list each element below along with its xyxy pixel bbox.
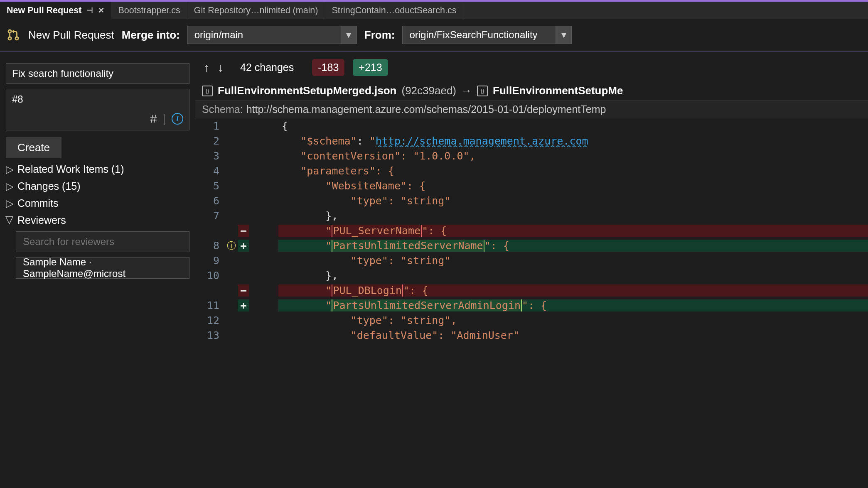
tab-bootstrapper[interactable]: Bootstrapper.cs <box>111 2 187 19</box>
code-line: 5 "WebsiteName": { <box>195 178 868 193</box>
json-file-icon: {} <box>477 86 488 96</box>
merge-into-dropdown[interactable]: origin/main ▾ <box>187 26 357 44</box>
code-line-added: 11+ "PartsUnlimitedServerAdminLogin": { <box>195 298 868 313</box>
chevron-down-icon[interactable]: ▾ <box>341 26 357 44</box>
svg-point-1 <box>8 37 11 40</box>
hash-icon[interactable]: # <box>150 112 157 126</box>
code-line-removed: − "PUL_DBLogin": { <box>195 283 868 298</box>
pr-description-footer: # | i <box>6 109 189 130</box>
prev-change-icon[interactable]: ↑ <box>204 61 209 74</box>
diff-panel: ↑ ↓ 42 changes -183 +213 {} FullEnvironm… <box>195 54 868 488</box>
create-button[interactable]: Create <box>6 137 61 158</box>
diff-header: ↑ ↓ 42 changes -183 +213 <box>195 54 868 81</box>
page-title: New Pull Request <box>28 29 114 42</box>
reviewer-list-item[interactable]: Sample Name · SampleName@microst <box>16 257 189 279</box>
json-file-icon: {} <box>202 86 213 96</box>
pr-description-text[interactable]: #8 <box>6 89 189 109</box>
tree-label: Changes (15) <box>17 180 80 192</box>
tree-label: Related Work Items (1) <box>17 163 124 175</box>
pin-icon[interactable]: ⊣ <box>86 6 93 15</box>
code-line: 9 "type": "string" <box>195 253 868 268</box>
chevron-right-icon: ▷ <box>6 197 14 209</box>
svg-point-2 <box>15 37 18 40</box>
tab-git-repository[interactable]: Git Repository…nlimited (main) <box>187 2 325 19</box>
close-icon[interactable]: ✕ <box>98 6 104 15</box>
tab-label: Git Repository…nlimited (main) <box>194 5 318 16</box>
diff-file-right-name: FullEnvironmentSetupMe <box>493 84 623 97</box>
next-change-icon[interactable]: ↓ <box>218 61 224 74</box>
from-value: origin/FixSearchFunctionality <box>403 29 556 41</box>
pr-top-controls: New Pull Request Merge into: origin/main… <box>0 19 868 51</box>
from-dropdown[interactable]: origin/FixSearchFunctionality ▾ <box>402 26 572 44</box>
reviewer-name: Sample Name · SampleName@microst <box>23 256 182 280</box>
arrow-right-icon: → <box>461 84 472 97</box>
reviewer-search-input[interactable] <box>16 231 189 252</box>
pr-form-panel: #8 # | i Create ▷ Related Work Items (1)… <box>0 54 195 488</box>
lightbulb-icon[interactable]: ⓘ <box>227 240 236 251</box>
code-line: 4 "parameters": { <box>195 163 868 178</box>
stat-removed: -183 <box>312 59 344 76</box>
tree-label: Reviewers <box>17 214 66 226</box>
pr-description-box[interactable]: #8 # | i <box>6 89 189 130</box>
code-line-added: 8ⓘ+ "PartsUnlimitedServerName": { <box>195 238 868 253</box>
code-line: 7 }, <box>195 208 868 223</box>
stat-added: +213 <box>353 59 388 76</box>
tree-label: Commits <box>17 197 59 209</box>
pull-request-icon <box>6 27 21 42</box>
tree-related-work-items[interactable]: ▷ Related Work Items (1) <box>6 163 189 175</box>
tab-stringcontain[interactable]: StringContain…oductSearch.cs <box>325 2 464 19</box>
code-diff-view[interactable]: 1 { 2 "$schema": "http://schema.manageme… <box>195 118 868 488</box>
code-line: 6 "type": "string" <box>195 193 868 208</box>
tab-label: StringContain…oductSearch.cs <box>332 5 457 16</box>
diff-file-bar: {} FullEnvironmentSetupMerged.json (92c3… <box>195 81 868 101</box>
merge-into-value: origin/main <box>188 29 341 41</box>
tree-changes[interactable]: ▷ Changes (15) <box>6 180 189 192</box>
schema-url[interactable]: http://schema.management.azure.com/schem… <box>246 103 606 115</box>
from-label: From: <box>364 29 395 42</box>
chevron-down-icon: ▷ <box>4 216 16 225</box>
tree-reviewers[interactable]: ▷ Reviewers <box>6 214 189 226</box>
code-line: 13 "defaultValue": "AdminUser" <box>195 328 868 343</box>
tree-commits[interactable]: ▷ Commits <box>6 197 189 209</box>
diff-file-left-name: FullEnvironmentSetupMerged.json <box>218 84 396 97</box>
code-line: 12 "type": "string", <box>195 313 868 328</box>
pr-title-input[interactable] <box>6 63 189 84</box>
code-line: 2 "$schema": "http://schema.management.a… <box>195 133 868 148</box>
code-line: 3 "contentVersion": "1.0.0.0", <box>195 148 868 163</box>
diff-file-left-hash: (92c39aed) <box>401 84 456 97</box>
main-layout: #8 # | i Create ▷ Related Work Items (1)… <box>0 54 868 488</box>
tab-label: New Pull Request <box>7 5 81 16</box>
chevron-down-icon[interactable]: ▾ <box>556 26 571 44</box>
divider: | <box>163 112 166 125</box>
tab-new-pull-request[interactable]: New Pull Request ⊣ ✕ <box>0 2 111 19</box>
code-line-removed: − "PUL_ServerName": { <box>195 223 868 238</box>
svg-point-0 <box>8 30 11 33</box>
info-icon[interactable]: i <box>172 113 183 125</box>
tab-bar: New Pull Request ⊣ ✕ Bootstrapper.cs Git… <box>0 0 868 19</box>
code-line: 1 { <box>195 118 868 133</box>
merge-into-label: Merge into: <box>122 29 180 42</box>
tab-label: Bootstrapper.cs <box>118 5 180 16</box>
changes-count: 42 changes <box>240 61 294 74</box>
code-line: 10 }, <box>195 268 868 283</box>
schema-label: Schema: <box>202 103 243 115</box>
chevron-right-icon: ▷ <box>6 163 14 175</box>
schema-bar: Schema: http://schema.management.azure.c… <box>195 101 868 118</box>
chevron-right-icon: ▷ <box>6 180 14 192</box>
